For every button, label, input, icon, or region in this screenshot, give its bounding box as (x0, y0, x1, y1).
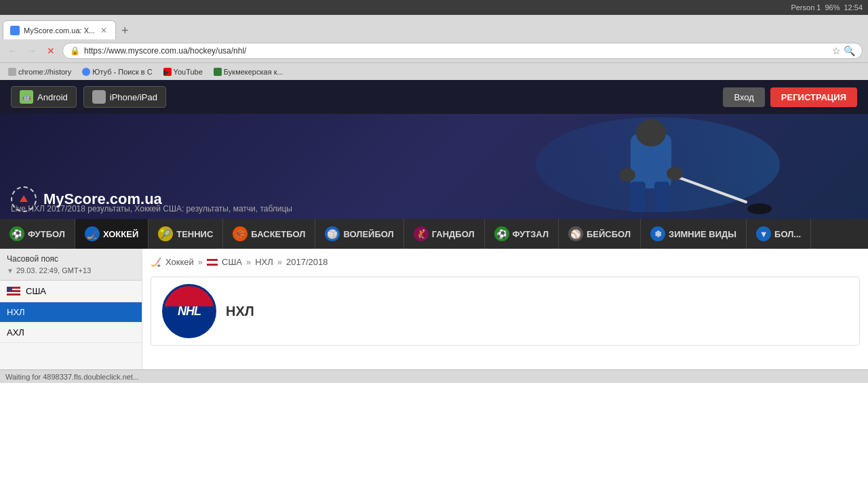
ios-label: iPhone/iPad (110, 92, 157, 102)
tz-arrow-icon: ▼ (7, 267, 14, 274)
futsal-label: ФУТЗАЛ (513, 229, 549, 239)
banner-area: MyScore.com.ua (0, 114, 868, 219)
handball-label: ГАНДБОЛ (432, 229, 475, 239)
bookmark-star-icon[interactable]: ☆ (832, 45, 841, 56)
new-tab-button[interactable]: + (116, 22, 134, 39)
tennis-icon: 🎾 (158, 226, 173, 241)
breadcrumb-season: 2017/2018 (286, 257, 328, 267)
tab-favicon (10, 26, 20, 35)
reload-button[interactable]: ✕ (43, 43, 58, 58)
svg-rect-6 (654, 182, 669, 212)
active-tab[interactable]: MyScore.com.ua: Х... ✕ (3, 20, 116, 39)
sidebar: Часовой пояс ▼ 29.03. 22:49, GMT+13 США … (0, 249, 142, 369)
register-button[interactable]: РЕГИСТРАЦИЯ (770, 87, 857, 107)
ssl-icon: 🔒 (70, 46, 80, 56)
sport-more[interactable]: ▼ БОЛ... (747, 219, 811, 249)
nhl-logo: NHL (162, 284, 216, 338)
ahl-label: АХЛ (7, 327, 24, 338)
basketball-label: БАСКЕТБОЛ (251, 229, 305, 239)
breadcrumb-league[interactable]: НХЛ (255, 257, 273, 267)
sports-nav: ⚽ ФУТБОЛ 🏒 ХОККЕЙ 🎾 ТЕННИС 🏀 БАСКЕТБОЛ 🏐… (0, 219, 868, 249)
ios-icon (92, 90, 106, 104)
breadcrumb-sep1: » (198, 257, 203, 267)
sport-handball[interactable]: 🤾 ГАНДБОЛ (404, 219, 485, 249)
svg-point-8 (667, 167, 683, 180)
os-bar-user: Person 1 (791, 3, 821, 12)
sport-winter[interactable]: ❄ ЗИМНИЕ ВИДЫ (641, 219, 747, 249)
tab-close-button[interactable]: ✕ (99, 26, 108, 35)
tab-bar: MyScore.com.ua: Х... ✕ + (3, 15, 134, 39)
sport-baseball[interactable]: ⚾ БЕЙСБОЛ (559, 219, 641, 249)
svg-point-7 (619, 168, 635, 182)
nhl-label: НХЛ (7, 307, 25, 317)
tennis-label: ТЕННИС (176, 229, 213, 239)
volleyball-icon: 🏐 (325, 226, 340, 241)
winter-label: ЗИМНИЕ ВИДЫ (669, 229, 736, 239)
android-icon: 🤖 (20, 90, 33, 104)
address-bar[interactable]: 🔒 https://www.myscore.com.ua/hockey/usa/… (62, 43, 863, 59)
forward-button[interactable]: → (24, 43, 39, 58)
logo-triangle-icon (20, 195, 28, 202)
sport-basketball[interactable]: 🏀 БАСКЕТБОЛ (223, 219, 315, 249)
breadcrumb: 🏒 Хоккей » США » НХЛ » 2017/2018 (151, 257, 860, 267)
search-icon[interactable]: 🔍 (844, 45, 855, 56)
basketball-icon: 🏀 (233, 226, 248, 241)
league-ahl[interactable]: АХЛ (0, 323, 142, 343)
bookmark-youtube[interactable]: ▶ YouTube (161, 66, 205, 77)
football-label: ФУТБОЛ (28, 229, 65, 239)
timezone-value: ▼ 29.03. 22:49, GMT+13 (7, 266, 135, 274)
os-bar-battery: 96% (825, 3, 840, 12)
page-content: 🤖 Android iPhone/iPad Вход РЕГИСТРАЦИЯ M… (0, 80, 868, 369)
site-header: 🤖 Android iPhone/iPad Вход РЕГИСТРАЦИЯ (0, 80, 868, 114)
back-button[interactable]: ← (5, 43, 20, 58)
nhl-title: НХЛ (226, 304, 254, 319)
breadcrumb-country[interactable]: США (222, 257, 242, 267)
tab-title: MyScore.com.ua: Х... (24, 26, 95, 35)
logo-text: MyScore.com.ua (43, 190, 162, 208)
hockey-player-image (515, 114, 800, 219)
breadcrumb-sep3: » (277, 257, 282, 267)
bookmark-google-favicon (82, 68, 90, 76)
bookmark-history-label: chrome://history (18, 68, 71, 76)
os-bar-time: 12:54 (844, 3, 863, 12)
bookmark-bc-label: Букмекерская к... (224, 68, 283, 76)
bookmarks-bar: chrome://history Ютуб - Поиск в C ▶ YouT… (0, 62, 868, 80)
status-bar: Waiting for 4898337.fls.doubleclick.net.… (0, 369, 868, 383)
sport-football[interactable]: ⚽ ФУТБОЛ (0, 219, 75, 249)
league-card: NHL НХЛ (151, 277, 860, 346)
sport-volleyball[interactable]: 🏐 ВОЛЕЙБОЛ (315, 219, 403, 249)
hockey-breadcrumb-icon: 🏒 (151, 257, 161, 267)
ios-button[interactable]: iPhone/iPad (83, 86, 166, 108)
bookmark-bc[interactable]: Букмекерская к... (211, 66, 286, 77)
bookmark-youtube-search[interactable]: Ютуб - Поиск в C (79, 66, 155, 77)
more-label: БОЛ... (774, 229, 801, 239)
address-actions: ☆ 🔍 (832, 45, 855, 56)
football-icon: ⚽ (9, 226, 24, 241)
svg-rect-5 (631, 182, 646, 212)
url-display: https://www.myscore.com.ua/hockey/usa/nh… (84, 46, 246, 56)
hockey-icon: 🏒 (85, 226, 100, 241)
futsal-icon: ⚽ (494, 226, 509, 241)
country-usa[interactable]: США (0, 281, 142, 302)
auth-buttons: Вход РЕГИСТРАЦИЯ (723, 87, 857, 107)
chrome-titlebar: MyScore.com.ua: Х... ✕ + (0, 15, 868, 39)
svg-point-4 (747, 203, 772, 214)
android-label: Android (37, 92, 68, 102)
sport-tennis[interactable]: 🎾 ТЕННИС (149, 219, 223, 249)
bookmark-bc-favicon (214, 68, 222, 76)
breadcrumb-hockey[interactable]: Хоккей (165, 257, 194, 267)
baseball-icon: ⚾ (568, 226, 583, 241)
timezone-box: Часовой пояс ▼ 29.03. 22:49, GMT+13 (0, 249, 142, 281)
baseball-label: БЕЙСБОЛ (587, 229, 631, 239)
sport-futsal[interactable]: ⚽ ФУТЗАЛ (485, 219, 559, 249)
timezone-display: 29.03. 22:49, GMT+13 (16, 266, 91, 274)
site-logo: MyScore.com.ua (11, 186, 162, 212)
android-button[interactable]: 🤖 Android (11, 86, 77, 108)
login-button[interactable]: Вход (723, 87, 764, 107)
bookmark-history[interactable]: chrome://history (5, 66, 74, 77)
country-usa-label: США (26, 286, 46, 296)
breadcrumb-flag-usa (207, 259, 218, 266)
sport-hockey[interactable]: 🏒 ХОККЕЙ (75, 219, 149, 249)
league-nhl[interactable]: НХЛ (0, 302, 142, 323)
handball-icon: 🤾 (414, 226, 429, 241)
